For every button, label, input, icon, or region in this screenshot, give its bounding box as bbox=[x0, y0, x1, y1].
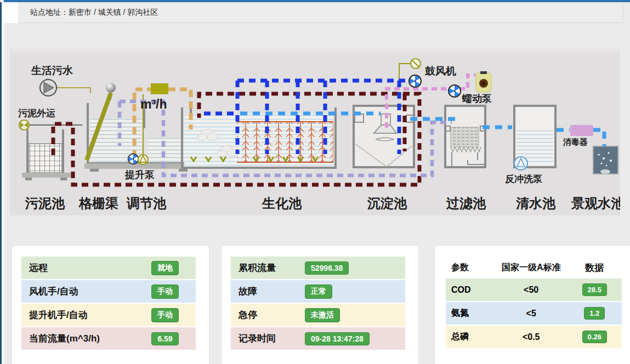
col-header-param: 参数 bbox=[446, 262, 495, 274]
bio-tank bbox=[182, 107, 336, 168]
status-row: 当前流量(m^3/h) 6.59 bbox=[21, 327, 196, 350]
row-label: 风机手/自动 bbox=[29, 285, 134, 298]
col-header-data: 数据 bbox=[567, 261, 622, 274]
lift-pump-valve-icon bbox=[138, 155, 148, 164]
tank-label-clean-water: 清水池 bbox=[515, 196, 556, 211]
filter-tank bbox=[445, 106, 486, 167]
inflow-line bbox=[56, 88, 90, 93]
tank-label-sludge: 污泥池 bbox=[25, 196, 65, 211]
param-value-badge[interactable]: 28.5 bbox=[582, 283, 607, 296]
sedimentation-tank bbox=[354, 106, 414, 167]
blower-valve-line bbox=[399, 64, 411, 80]
tank-label-regulation: 调节池 bbox=[126, 196, 167, 211]
peristaltic-pump-label: 蠕动泵 bbox=[462, 93, 492, 104]
status-badge[interactable]: 6.59 bbox=[151, 332, 178, 345]
status-row: 风机手/自动 手动 bbox=[21, 280, 196, 303]
top-notch bbox=[4, 2, 18, 23]
metric-badge[interactable]: 未激活 bbox=[305, 308, 340, 322]
clean-water-tank bbox=[514, 106, 555, 170]
tank-label-filter: 过滤池 bbox=[446, 196, 486, 211]
param-value-badge[interactable]: 0.26 bbox=[582, 331, 607, 343]
bio-media bbox=[237, 122, 333, 162]
param-standard: <50 bbox=[495, 285, 567, 295]
metric-row: 急停 未激活 bbox=[231, 304, 405, 326]
blower-fan-1-icon bbox=[408, 75, 421, 88]
inflow-pump-icon bbox=[40, 79, 56, 96]
backwash-pump-icon bbox=[514, 157, 527, 170]
blower-valve-icon bbox=[411, 59, 421, 69]
row-label: 记录时间 bbox=[239, 332, 305, 345]
metric-badge[interactable]: 09-28 13:47:28 bbox=[305, 332, 370, 345]
param-value-badge[interactable]: 1.2 bbox=[584, 307, 605, 320]
lift-pump-label: 提升泵 bbox=[124, 169, 155, 180]
row-label: 急停 bbox=[239, 309, 305, 321]
sterilizer-label: 消毒器 bbox=[563, 137, 588, 146]
tank-label-sedimentation: 沉淀池 bbox=[367, 196, 407, 211]
quality-row: COD <50 28.5 bbox=[446, 278, 622, 301]
screen-drive-ball bbox=[106, 83, 116, 93]
quality-row: 氨氮 <5 1.2 bbox=[446, 302, 622, 325]
sterilizer-box bbox=[570, 125, 593, 136]
param-standard: <0.5 bbox=[495, 332, 567, 342]
breadcrumb-text: 站点地址：新密市 / 城关镇 / 郭沟社区 bbox=[30, 8, 158, 18]
control-status-card: 远程 就地 风机手/自动 手动 提升机手/自动 手动 当前流量(m^3/h) 6… bbox=[12, 245, 209, 364]
sludge-tank bbox=[22, 129, 72, 180]
row-label: 提升机手/自动 bbox=[29, 309, 134, 321]
metric-row: 故障 正常 bbox=[231, 280, 405, 303]
metric-badge[interactable]: 52996.38 bbox=[305, 261, 349, 275]
param-standard: <5 bbox=[495, 309, 567, 318]
tank-label-landscape: 景观水池 bbox=[571, 196, 620, 211]
landscape-pool bbox=[593, 146, 618, 174]
metrics-card: 累积流量 52996.38 故障 正常 急停 未激活 记录时间 09-28 13… bbox=[221, 245, 419, 364]
metric-badge[interactable]: 正常 bbox=[305, 285, 332, 299]
flow-meter bbox=[151, 83, 168, 94]
row-label: 当前流量(m^3/h) bbox=[29, 332, 134, 345]
status-row: 远程 就地 bbox=[21, 257, 196, 279]
col-header-standard: 国家一级A标准 bbox=[495, 262, 567, 274]
row-label: 故障 bbox=[239, 285, 305, 298]
status-badge[interactable]: 就地 bbox=[151, 261, 179, 275]
row-label: 远程 bbox=[29, 261, 134, 274]
water-quality-card: 参数 国家一级A标准 数据 COD <50 28.5 氨氮 <5 1.2 总磷 … bbox=[434, 245, 630, 364]
scada-page: 站点地址：新密市 / 城关镇 / 郭沟社区 bbox=[0, 0, 630, 364]
param-name: 氨氮 bbox=[446, 308, 495, 319]
tank-label-grating: 格栅渠 bbox=[78, 196, 118, 211]
flow-unit-label: m³/h bbox=[140, 97, 167, 111]
inflow-label: 生活污水 bbox=[31, 65, 73, 76]
status-row: 提升机手/自动 手动 bbox=[21, 304, 196, 326]
blower-fan-2-icon bbox=[447, 85, 461, 98]
sludge-out-label: 污泥外运 bbox=[18, 108, 55, 118]
sludge-out-valve-icon bbox=[19, 120, 29, 130]
param-name: COD bbox=[446, 285, 495, 295]
process-flow-panel: 生活污水 污泥外运 提升泵 m³/h 鼓风机 蠕动泵 反冲洗泵 消毒器 污泥池 … bbox=[10, 47, 620, 215]
left-gap bbox=[2, 2, 4, 364]
breadcrumb: 站点地址：新密市 / 城关镇 / 郭沟社区 bbox=[18, 2, 623, 23]
blower-label: 鼓风机 bbox=[424, 65, 456, 77]
process-flow-diagram: 生活污水 污泥外运 提升泵 m³/h 鼓风机 蠕动泵 反冲洗泵 消毒器 污泥池 … bbox=[10, 47, 620, 215]
metric-row: 记录时间 09-28 13:47:28 bbox=[231, 327, 405, 350]
metric-row: 累积流量 52996.38 bbox=[231, 257, 405, 279]
status-badge[interactable]: 手动 bbox=[151, 308, 179, 322]
tank-label-bio: 生化池 bbox=[262, 196, 302, 211]
status-badge[interactable]: 手动 bbox=[151, 285, 179, 299]
peristaltic-pump-icon bbox=[476, 71, 491, 92]
row-label: 累积流量 bbox=[239, 261, 305, 274]
quality-row: 总磷 <0.5 0.26 bbox=[446, 326, 622, 348]
quality-header-row: 参数 国家一级A标准 数据 bbox=[446, 257, 622, 278]
backwash-pump-label: 反冲洗泵 bbox=[504, 174, 543, 184]
param-name: 总磷 bbox=[446, 331, 495, 343]
